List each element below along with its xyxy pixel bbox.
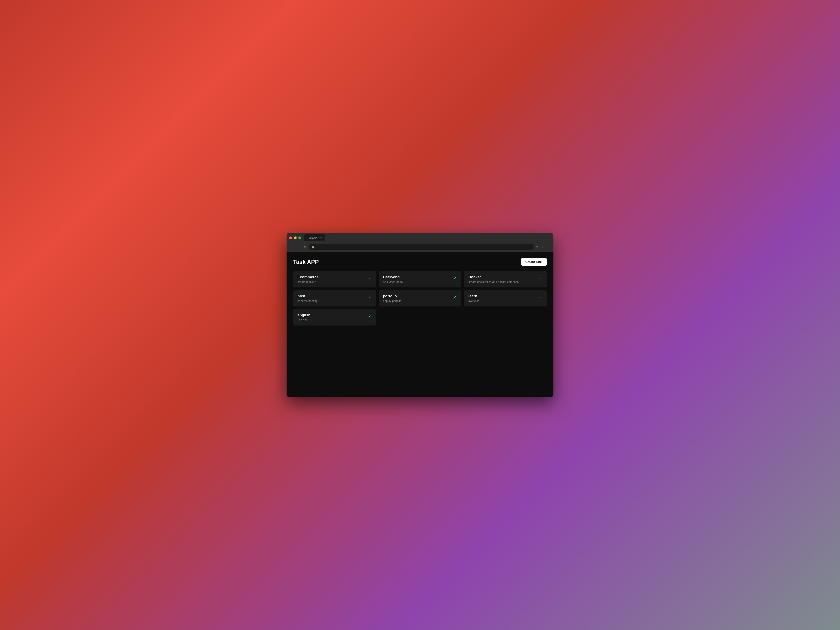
task-title: Ecommerce [297,275,319,279]
forward-button[interactable]: → [296,245,300,249]
task-check-icon[interactable]: ✓ [368,313,372,318]
maximize-button[interactable] [298,237,301,239]
browser-tab[interactable]: Task APP × [304,234,325,241]
task-card-content: porfoliodeploy porfolio [383,294,402,303]
task-title: host [297,294,317,298]
task-title: english [297,313,311,317]
task-card-content: Dockercreate docker files and docker com… [468,275,519,284]
toolbar-icons: ⬆ ☆ ⋮ [536,245,550,249]
create-task-button[interactable]: Create Task [521,258,547,266]
task-description: sveltekit [468,299,478,303]
task-description: shearch hosting [297,299,317,303]
task-description: Add User Model [383,280,403,284]
task-card-host[interactable]: hostshearch hosting✓ [293,290,376,306]
task-card-content: learnsveltekit [468,294,478,303]
task-card-docker[interactable]: Dockercreate docker files and docker com… [464,271,547,287]
more-icon[interactable]: ⋮ [547,245,550,249]
task-card-backend[interactable]: Back-endAdd User Model✓ [379,271,461,287]
task-description: use anki [297,318,311,322]
tasks-grid: Ecommercecreate mockup✓Back-endAdd User … [293,271,547,325]
reload-button[interactable]: ↻ [303,245,307,249]
page-header: Task APP Create Task [293,258,547,266]
task-check-icon[interactable]: ✓ [454,275,457,280]
task-check-icon[interactable]: ✓ [539,294,543,299]
task-description: create docker files and docker compose [468,280,519,284]
task-title: porfolio [383,294,402,298]
traffic-lights [289,237,301,239]
task-title: Back-end [383,275,403,279]
tab-close-icon[interactable]: × [320,237,322,239]
task-check-icon[interactable]: ✓ [454,294,457,299]
task-check-icon[interactable]: ✓ [368,294,372,299]
task-title: learn [468,294,478,298]
browser-window: Task APP × ← → ↻ 🔒 ⬆ ☆ ⋮ Task APP [287,233,553,397]
task-card-porfolio[interactable]: porfoliodeploy porfolio✓ [379,290,461,306]
tab-bar: Task APP × [304,234,551,241]
back-button[interactable]: ← [290,245,294,249]
desktop: Task APP × ← → ↻ 🔒 ⬆ ☆ ⋮ Task APP [0,0,840,630]
task-description: deploy porfolio [383,299,402,303]
page-content: Task APP Create Task Ecommercecreate moc… [287,252,553,397]
minimize-button[interactable] [294,237,297,239]
task-card-english[interactable]: englishuse anki✓ [293,309,376,325]
close-button[interactable] [289,237,292,239]
lock-icon: 🔒 [311,246,314,248]
task-card-ecommerce[interactable]: Ecommercecreate mockup✓ [293,271,376,287]
task-card-content: Back-endAdd User Model [383,275,403,284]
task-check-icon[interactable]: ✓ [368,275,372,280]
task-card-content: englishuse anki [297,313,311,322]
task-card-content: hostshearch hosting [297,294,317,303]
tab-label: Task APP [307,236,319,239]
task-check-icon[interactable]: ✓ [539,275,543,280]
address-input-wrapper: 🔒 [309,244,534,250]
task-description: create mockup [297,280,319,284]
page-title: Task APP [293,259,319,265]
task-card-content: Ecommercecreate mockup [297,275,319,284]
share-icon[interactable]: ⬆ [536,245,538,249]
task-title: Docker [468,275,519,279]
bookmark-icon[interactable]: ☆ [542,245,544,249]
task-card-learn[interactable]: learnsveltekit✓ [464,290,547,306]
title-bar: Task APP × [287,233,553,243]
address-bar: ← → ↻ 🔒 ⬆ ☆ ⋮ [287,243,553,252]
address-input[interactable] [309,244,534,250]
